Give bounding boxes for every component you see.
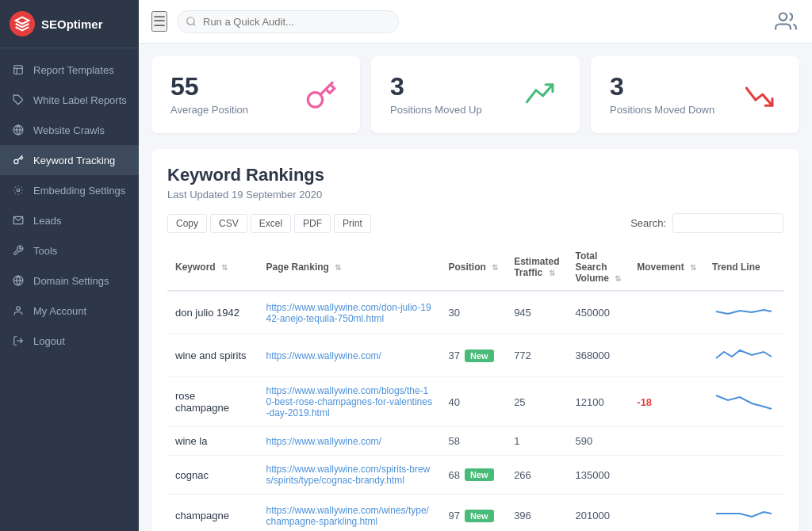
table-toolbar: Copy CSV Excel PDF Print Search: [167, 213, 783, 233]
table-row: don julio 1942 https://www.wallywine.com… [167, 291, 783, 334]
cell-url: https://www.wallywine.com/spirits-brews/… [259, 456, 441, 495]
cell-volume: 450000 [568, 291, 630, 334]
website-crawls-icon [11, 123, 25, 137]
report-templates-icon [11, 63, 25, 77]
cell-traffic: 1 [506, 427, 567, 456]
keyword-table: Keyword ⇅ Page Ranking ⇅ Position ⇅ Esti… [167, 244, 783, 531]
search-label: Search: [630, 217, 666, 229]
col-page-ranking: Page Ranking ⇅ [259, 244, 441, 291]
cell-trend [704, 427, 783, 456]
menu-toggle-button[interactable]: ☰ [151, 11, 167, 32]
table-row: rose champagne https://www.wallywine.com… [167, 377, 783, 427]
copy-button[interactable]: Copy [167, 214, 207, 233]
sidebar-item-keyword-tracking[interactable]: Keyword Tracking [0, 145, 139, 175]
col-movement: Movement ⇅ [629, 244, 704, 291]
user-icon[interactable] [772, 8, 799, 35]
main-content: ☰ 55 Average Position 3 [139, 0, 812, 531]
cell-trend [704, 291, 783, 334]
sidebar-label-leads: Leads [33, 215, 61, 227]
svg-rect-0 [14, 66, 23, 74]
badge-new: New [465, 468, 494, 481]
embedding-settings-icon [11, 183, 25, 197]
avg-position-label: Average Position [170, 104, 248, 116]
sidebar-label-my-account: My Account [33, 305, 86, 317]
arrow-up-icon [521, 75, 561, 115]
table-row: cognac https://www.wallywine.com/spirits… [167, 456, 783, 495]
sidebar-item-tools[interactable]: Tools [0, 235, 139, 266]
col-keyword: Keyword ⇅ [167, 244, 259, 291]
sidebar-label-domain-settings: Domain Settings [33, 275, 109, 287]
print-button[interactable]: Print [334, 214, 371, 233]
sidebar-label-tools: Tools [33, 245, 57, 257]
cell-traffic: 266 [506, 456, 567, 495]
sidebar-label-website-crawls: Website Crawls [33, 124, 105, 136]
cell-keyword: cognac [167, 456, 259, 495]
cell-keyword: wine la [167, 427, 259, 456]
cell-keyword: don julio 1942 [167, 291, 259, 334]
cell-movement [629, 495, 704, 532]
excel-button[interactable]: Excel [251, 214, 291, 233]
sidebar-item-report-templates[interactable]: Report Templates [0, 55, 139, 85]
cell-position: 40 [440, 377, 506, 427]
col-total-search-volume: TotalSearchVolume ⇅ [568, 244, 630, 291]
cell-movement [629, 334, 704, 377]
cell-traffic: 396 [506, 495, 567, 532]
arrow-down-icon [741, 75, 780, 115]
cell-url: https://www.wallywine.com/ [259, 427, 441, 456]
csv-button[interactable]: CSV [210, 214, 247, 233]
sidebar-item-leads[interactable]: Leads [0, 205, 139, 235]
sidebar-label-white-label-reports: White Label Reports [33, 94, 127, 106]
sidebar-item-logout[interactable]: Logout [0, 326, 139, 356]
table-title: Keyword Rankings [167, 165, 783, 185]
key-icon [301, 75, 341, 115]
cell-movement [629, 456, 704, 495]
cell-trend [704, 495, 783, 532]
quick-audit-input[interactable] [177, 10, 399, 33]
sidebar-item-embedding-settings[interactable]: Embedding Settings [0, 175, 139, 205]
col-estimated-traffic: EstimatedTraffic ⇅ [506, 244, 567, 291]
table-search-input[interactable] [672, 213, 783, 233]
sidebar-item-my-account[interactable]: My Account [0, 296, 139, 326]
sidebar-item-domain-settings[interactable]: Domain Settings [0, 266, 139, 296]
cell-position: 97New [440, 495, 506, 532]
svg-point-14 [308, 92, 322, 106]
cell-url: https://www.wallywine.com/blogs/the-10-b… [259, 377, 441, 427]
cell-url: https://www.wallywine.com/wines/type/cha… [259, 495, 441, 532]
cell-keyword: champagne [167, 495, 259, 532]
logo-icon [10, 11, 35, 36]
cell-movement [629, 291, 704, 334]
sidebar-label-embedding-settings: Embedding Settings [33, 185, 125, 197]
sidebar-item-website-crawls[interactable]: Website Crawls [0, 115, 139, 145]
cell-traffic: 25 [506, 377, 567, 427]
table-row: wine la https://www.wallywine.com/ 58 1 … [167, 427, 783, 456]
keyword-rankings-section: Keyword Rankings Last Updated 19 Septemb… [151, 149, 799, 531]
sidebar-label-logout: Logout [33, 335, 65, 347]
cell-trend [704, 456, 783, 495]
cell-position: 68New [440, 456, 506, 495]
col-position: Position ⇅ [440, 244, 506, 291]
cell-movement [629, 427, 704, 456]
col-trend-line: Trend Line [704, 244, 783, 291]
sidebar-nav: Report Templates White Label Reports Web… [0, 48, 139, 531]
moved-down-value: 3 [610, 74, 714, 99]
cell-volume: 135000 [568, 456, 630, 495]
pdf-button[interactable]: PDF [294, 214, 331, 233]
cell-url: https://www.wallywine.com/ [259, 334, 441, 377]
table-search: Search: [630, 213, 783, 233]
cell-volume: 590 [568, 427, 630, 456]
sidebar: SEOptimer Report Templates White Label R… [0, 0, 139, 531]
quick-audit-search [177, 10, 399, 33]
cell-traffic: 945 [506, 291, 567, 334]
stat-card-moved-up: 3 Positions Moved Up [371, 56, 580, 133]
stat-cards-container: 55 Average Position 3 Positions Moved Up [151, 56, 799, 133]
keyword-tracking-icon [11, 153, 25, 167]
sidebar-item-white-label-reports[interactable]: White Label Reports [0, 85, 139, 115]
leads-icon [11, 213, 25, 227]
cell-volume: 368000 [568, 334, 630, 377]
header: ☰ [139, 0, 812, 44]
moved-up-label: Positions Moved Up [390, 104, 482, 116]
content-area: 55 Average Position 3 Positions Moved Up [139, 44, 812, 531]
badge-new: New [465, 510, 494, 522]
cell-volume: 12100 [568, 377, 630, 427]
svg-point-7 [17, 189, 20, 192]
